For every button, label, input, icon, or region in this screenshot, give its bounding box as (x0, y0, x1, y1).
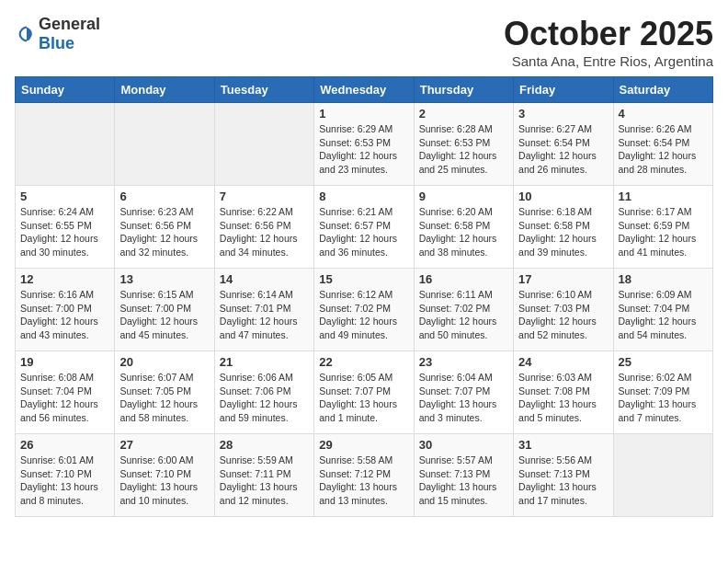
logo: General Blue (15, 15, 100, 53)
calendar-cell: 16Sunrise: 6:11 AM Sunset: 7:02 PM Dayli… (414, 269, 513, 351)
weekday-header-thursday: Thursday (414, 77, 513, 103)
day-number: 19 (20, 355, 109, 369)
day-number: 2 (419, 107, 508, 121)
calendar-cell: 25Sunrise: 6:02 AM Sunset: 7:09 PM Dayli… (613, 351, 712, 434)
day-number: 7 (220, 190, 309, 203)
calendar-cell: 12Sunrise: 6:16 AM Sunset: 7:00 PM Dayli… (16, 269, 115, 351)
weekday-header-tuesday: Tuesday (214, 77, 313, 103)
calendar-cell: 4Sunrise: 6:26 AM Sunset: 6:54 PM Daylig… (613, 103, 712, 186)
calendar-subtitle: Santa Ana, Entre Rios, Argentina (504, 53, 713, 69)
logo-blue-text: Blue (39, 34, 74, 52)
calendar-cell: 6Sunrise: 6:23 AM Sunset: 6:56 PM Daylig… (115, 186, 214, 269)
day-number: 29 (319, 438, 408, 452)
day-info: Sunrise: 6:22 AM Sunset: 6:56 PM Dayligh… (220, 205, 309, 259)
day-info: Sunrise: 6:04 AM Sunset: 7:07 PM Dayligh… (419, 371, 508, 425)
calendar-cell: 28Sunrise: 5:59 AM Sunset: 7:11 PM Dayli… (214, 434, 313, 517)
calendar-cell (16, 103, 115, 186)
day-number: 3 (518, 107, 608, 121)
calendar-cell (613, 434, 712, 517)
logo-general-text: General (39, 15, 100, 34)
calendar-table: SundayMondayTuesdayWednesdayThursdayFrid… (15, 76, 713, 517)
day-info: Sunrise: 6:06 AM Sunset: 7:06 PM Dayligh… (220, 371, 309, 425)
calendar-week-2: 5Sunrise: 6:24 AM Sunset: 6:55 PM Daylig… (16, 186, 713, 269)
day-info: Sunrise: 6:29 AM Sunset: 6:53 PM Dayligh… (319, 122, 408, 177)
calendar-title: October 2025 (504, 15, 713, 53)
day-number: 17 (518, 272, 608, 286)
day-number: 9 (419, 190, 508, 203)
day-info: Sunrise: 6:08 AM Sunset: 7:04 PM Dayligh… (20, 371, 109, 425)
calendar-cell: 5Sunrise: 6:24 AM Sunset: 6:55 PM Daylig… (16, 186, 115, 269)
day-number: 31 (518, 438, 608, 452)
weekday-header-monday: Monday (115, 77, 214, 103)
day-info: Sunrise: 6:28 AM Sunset: 6:53 PM Dayligh… (419, 122, 508, 177)
calendar-cell: 11Sunrise: 6:17 AM Sunset: 6:59 PM Dayli… (613, 186, 712, 269)
calendar-cell: 15Sunrise: 6:12 AM Sunset: 7:02 PM Dayli… (314, 269, 414, 351)
day-info: Sunrise: 6:15 AM Sunset: 7:00 PM Dayligh… (119, 288, 209, 342)
weekday-header-sunday: Sunday (16, 77, 115, 103)
day-info: Sunrise: 6:20 AM Sunset: 6:58 PM Dayligh… (419, 205, 508, 259)
calendar-cell: 21Sunrise: 6:06 AM Sunset: 7:06 PM Dayli… (214, 351, 313, 434)
day-number: 18 (619, 272, 708, 286)
day-number: 5 (20, 190, 109, 203)
calendar-cell: 9Sunrise: 6:20 AM Sunset: 6:58 PM Daylig… (414, 186, 513, 269)
calendar-cell: 10Sunrise: 6:18 AM Sunset: 6:58 PM Dayli… (514, 186, 613, 269)
day-number: 13 (119, 272, 209, 286)
day-number: 12 (20, 272, 109, 286)
day-info: Sunrise: 6:16 AM Sunset: 7:00 PM Dayligh… (20, 288, 109, 342)
day-info: Sunrise: 6:05 AM Sunset: 7:07 PM Dayligh… (319, 371, 408, 425)
day-info: Sunrise: 6:03 AM Sunset: 7:08 PM Dayligh… (518, 371, 608, 425)
day-info: Sunrise: 6:14 AM Sunset: 7:01 PM Dayligh… (220, 288, 309, 342)
calendar-week-3: 12Sunrise: 6:16 AM Sunset: 7:00 PM Dayli… (16, 269, 713, 351)
calendar-cell: 19Sunrise: 6:08 AM Sunset: 7:04 PM Dayli… (16, 351, 115, 434)
day-number: 6 (119, 190, 209, 203)
calendar-week-1: 1Sunrise: 6:29 AM Sunset: 6:53 PM Daylig… (16, 103, 713, 186)
calendar-cell: 31Sunrise: 5:56 AM Sunset: 7:13 PM Dayli… (514, 434, 613, 517)
weekday-header-saturday: Saturday (613, 77, 712, 103)
day-info: Sunrise: 6:11 AM Sunset: 7:02 PM Dayligh… (419, 288, 508, 342)
calendar-cell (115, 103, 214, 186)
title-block: October 2025 Santa Ana, Entre Rios, Arge… (504, 15, 713, 69)
calendar-cell: 14Sunrise: 6:14 AM Sunset: 7:01 PM Dayli… (214, 269, 313, 351)
day-number: 25 (619, 355, 708, 369)
page-header: General Blue October 2025 Santa Ana, Ent… (15, 15, 713, 69)
day-info: Sunrise: 6:17 AM Sunset: 6:59 PM Dayligh… (619, 205, 708, 259)
calendar-cell: 17Sunrise: 6:10 AM Sunset: 7:03 PM Dayli… (514, 269, 613, 351)
calendar-cell: 24Sunrise: 6:03 AM Sunset: 7:08 PM Dayli… (514, 351, 613, 434)
calendar-cell: 3Sunrise: 6:27 AM Sunset: 6:54 PM Daylig… (514, 103, 613, 186)
day-number: 1 (319, 107, 408, 121)
calendar-cell (214, 103, 313, 186)
day-number: 26 (20, 438, 109, 452)
logo-icon (17, 24, 37, 44)
day-info: Sunrise: 5:58 AM Sunset: 7:12 PM Dayligh… (319, 454, 408, 508)
day-number: 16 (419, 272, 508, 286)
day-info: Sunrise: 6:18 AM Sunset: 6:58 PM Dayligh… (518, 205, 608, 259)
weekday-header-friday: Friday (514, 77, 613, 103)
calendar-cell: 18Sunrise: 6:09 AM Sunset: 7:04 PM Dayli… (613, 269, 712, 351)
day-info: Sunrise: 6:12 AM Sunset: 7:02 PM Dayligh… (319, 288, 408, 342)
day-info: Sunrise: 6:23 AM Sunset: 6:56 PM Dayligh… (119, 205, 209, 259)
day-info: Sunrise: 6:21 AM Sunset: 6:57 PM Dayligh… (319, 205, 408, 259)
day-info: Sunrise: 6:27 AM Sunset: 6:54 PM Dayligh… (518, 122, 608, 177)
calendar-cell: 23Sunrise: 6:04 AM Sunset: 7:07 PM Dayli… (414, 351, 513, 434)
calendar-cell: 1Sunrise: 6:29 AM Sunset: 6:53 PM Daylig… (314, 103, 414, 186)
day-number: 22 (319, 355, 408, 369)
calendar-cell: 7Sunrise: 6:22 AM Sunset: 6:56 PM Daylig… (214, 186, 313, 269)
weekday-header-wednesday: Wednesday (314, 77, 414, 103)
calendar-cell: 13Sunrise: 6:15 AM Sunset: 7:00 PM Dayli… (115, 269, 214, 351)
day-info: Sunrise: 6:07 AM Sunset: 7:05 PM Dayligh… (119, 371, 209, 425)
day-number: 23 (419, 355, 508, 369)
day-info: Sunrise: 5:57 AM Sunset: 7:13 PM Dayligh… (419, 454, 508, 508)
day-number: 27 (119, 438, 209, 452)
day-number: 10 (518, 190, 608, 203)
day-number: 14 (220, 272, 309, 286)
day-info: Sunrise: 6:26 AM Sunset: 6:54 PM Dayligh… (619, 122, 708, 177)
day-number: 20 (119, 355, 209, 369)
day-number: 15 (319, 272, 408, 286)
day-number: 30 (419, 438, 508, 452)
calendar-cell: 20Sunrise: 6:07 AM Sunset: 7:05 PM Dayli… (115, 351, 214, 434)
day-info: Sunrise: 6:02 AM Sunset: 7:09 PM Dayligh… (619, 371, 708, 425)
day-info: Sunrise: 5:56 AM Sunset: 7:13 PM Dayligh… (518, 454, 608, 508)
calendar-cell: 22Sunrise: 6:05 AM Sunset: 7:07 PM Dayli… (314, 351, 414, 434)
day-number: 11 (619, 190, 708, 203)
day-number: 4 (619, 107, 708, 121)
